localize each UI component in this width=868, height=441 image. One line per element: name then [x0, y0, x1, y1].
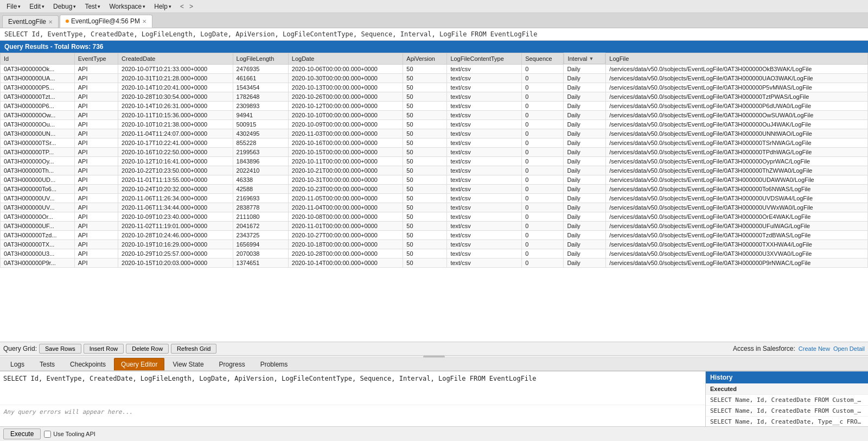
create-new-button[interactable]: Create New — [799, 345, 830, 352]
cell-1-9: /services/data/v50.0/sobjects/EventLogFi… — [606, 73, 868, 83]
cell-12-9: /services/data/v50.0/sobjects/EventLogFi… — [606, 175, 868, 184]
tab-eventlogfile-timestamp[interactable]: EventLogFile@4:56 PM ✕ — [60, 15, 152, 28]
refresh-grid-button[interactable]: Refresh Grid — [171, 344, 216, 354]
cell-2-8: Daily — [564, 83, 606, 92]
cell-1-8: Daily — [564, 73, 606, 83]
execute-button[interactable]: Execute — [3, 429, 41, 439]
col-createddate[interactable]: CreatedDate — [118, 53, 233, 65]
delete-row-button[interactable]: Delete Row — [126, 344, 169, 354]
tab-query-editor[interactable]: Query Editor — [114, 358, 164, 370]
table-row[interactable]: 0AT3H000000UV...API2020-11-06T11:26:34.0… — [1, 193, 868, 203]
cell-10-8: Daily — [564, 156, 606, 166]
table-row[interactable]: 0AT3H000000Tzd...API2020-10-28T10:24:46.… — [1, 230, 868, 240]
table-row[interactable]: 0AT3H000000UN...API2020-11-04T11:24:07.0… — [1, 129, 868, 138]
col-logdate[interactable]: LogDate — [288, 53, 403, 65]
cell-10-2: 2020-10-12T10:16:41.000+0000 — [118, 156, 233, 166]
cell-17-5: 50 — [403, 221, 447, 230]
cell-3-1: API — [74, 92, 118, 101]
table-row[interactable]: 0AT3H000000UA...API2020-10-31T10:21:28.0… — [1, 73, 868, 83]
tab-close-icon[interactable]: ✕ — [48, 19, 53, 25]
table-row[interactable]: 0AT3H000000UV...API2020-11-06T11:34:44.0… — [1, 203, 868, 212]
table-row[interactable]: 0AT3H000000UD...API2020-11-01T11:13:55.0… — [1, 175, 868, 184]
tab-progress[interactable]: Progress — [212, 358, 252, 370]
col-sequence[interactable]: Sequence — [522, 53, 564, 65]
table-row[interactable]: 0AT3H000000UF...API2020-11-02T11:19:01.0… — [1, 221, 868, 230]
col-apiversion[interactable]: ApiVersion — [403, 53, 447, 65]
col-eventtype[interactable]: EventType — [74, 53, 118, 65]
cell-18-0: 0AT3H000000Tzd... — [1, 230, 75, 240]
cell-21-4: 2020-10-14T00:00:00.000+0000 — [288, 258, 403, 267]
cell-7-8: Daily — [564, 129, 606, 138]
cell-5-3: 94941 — [233, 110, 288, 119]
cell-19-5: 50 — [403, 240, 447, 249]
cell-8-6: text/csv — [447, 138, 522, 147]
history-item[interactable]: SELECT Name, Id, CreatedDate, Type__c FR… — [706, 417, 868, 426]
cell-5-4: 2020-10-10T00:00:00.000+0000 — [288, 110, 403, 119]
cell-4-9: /services/data/v50.0/sobjects/EventLogFi… — [606, 101, 868, 110]
cell-18-1: API — [74, 230, 118, 240]
col-logfilecontenttype[interactable]: LogFileContentType — [447, 53, 522, 65]
table-row[interactable]: 0AT3H000000TX...API2020-10-19T10:16:29.0… — [1, 240, 868, 249]
menu-file[interactable]: File ▾ — [2, 2, 25, 11]
tab-logs[interactable]: Logs — [3, 358, 31, 370]
table-row[interactable]: 0AT3H000000Th...API2020-10-22T10:23:50.0… — [1, 166, 868, 175]
cell-2-3: 1543454 — [233, 83, 288, 92]
menu-help[interactable]: Help ▾ — [150, 2, 176, 11]
cell-5-6: text/csv — [447, 110, 522, 119]
history-item[interactable]: SELECT Name, Id, CreatedDate FROM Custom… — [706, 395, 868, 406]
col-id[interactable]: Id — [1, 53, 75, 65]
menu-test[interactable]: Test ▾ — [80, 2, 105, 11]
col-logfilelength[interactable]: LogFileLength — [233, 53, 288, 65]
history-item[interactable]: SELECT Name, Id, CreatedDate FROM Custom… — [706, 406, 868, 417]
cell-6-0: 0AT3H000000Ou... — [1, 119, 75, 129]
table-row[interactable]: 0AT3H000000P9r...API2020-10-15T10:20:03.… — [1, 258, 868, 267]
menu-debug[interactable]: Debug ▾ — [49, 2, 80, 11]
table-row[interactable]: 0AT3H000000U3...API2020-10-29T10:25:57.0… — [1, 249, 868, 258]
table-row[interactable]: 0AT3H000000Tzt...API2020-10-28T10:30:54.… — [1, 92, 868, 101]
open-detail-button[interactable]: Open Detail — [833, 345, 865, 352]
table-row[interactable]: 0AT3H000000Ok...API2020-10-07T10:21:33.0… — [1, 64, 868, 73]
tab-tests[interactable]: Tests — [33, 358, 62, 370]
cell-11-7: 0 — [522, 166, 564, 175]
query-editor-textarea[interactable] — [0, 371, 705, 405]
table-row[interactable]: 0AT3H000000Ou...API2020-10-10T10:21:38.0… — [1, 119, 868, 129]
menu-workspace[interactable]: Workspace ▾ — [105, 2, 150, 11]
cell-20-7: 0 — [522, 249, 564, 258]
nav-next-button[interactable]: > — [187, 2, 195, 11]
tab-problems[interactable]: Problems — [253, 358, 295, 370]
tab-view-state[interactable]: View State — [165, 358, 210, 370]
tab-checkpoints[interactable]: Checkpoints — [63, 358, 113, 370]
cell-0-7: 0 — [522, 64, 564, 73]
table-row[interactable]: 0AT3H000000Or...API2020-10-09T10:23:40.0… — [1, 212, 868, 221]
cell-6-1: API — [74, 119, 118, 129]
table-row[interactable]: 0AT3H000000P5...API2020-10-14T10:20:41.0… — [1, 83, 868, 92]
table-row[interactable]: 0AT3H000000To6...API2020-10-24T10:20:32.… — [1, 184, 868, 193]
table-row[interactable]: 0AT3H000000Oy...API2020-10-12T10:16:41.0… — [1, 156, 868, 166]
cell-12-5: 50 — [403, 175, 447, 184]
cell-13-2: 2020-10-24T10:20:32.000+0000 — [118, 184, 233, 193]
tab-eventlogfile[interactable]: EventLogFile ✕ — [2, 15, 59, 28]
table-row[interactable]: 0AT3H000000TP...API2020-10-16T10:22:50.0… — [1, 147, 868, 156]
tab-close-active-icon[interactable]: ✕ — [142, 18, 146, 24]
results-table-container[interactable]: Id EventType CreatedDate LogFileLength L… — [0, 53, 868, 342]
cell-1-5: 50 — [403, 73, 447, 83]
insert-row-button[interactable]: Insert Row — [84, 344, 124, 354]
table-row[interactable]: 0AT3H000000Ow...API2020-10-11T10:15:36.0… — [1, 110, 868, 119]
cell-15-8: Daily — [564, 203, 606, 212]
tooling-api-checkbox-label[interactable]: Use Tooling API — [44, 431, 95, 438]
col-interval[interactable]: Interval ▼ — [564, 53, 605, 64]
menu-edit[interactable]: Edit ▾ — [25, 2, 49, 11]
tooling-api-checkbox[interactable] — [44, 431, 51, 438]
table-row[interactable]: 0AT3H000000TSr...API2020-10-17T10:22:41.… — [1, 138, 868, 147]
cell-1-7: 0 — [522, 73, 564, 83]
table-row[interactable]: 0AT3H000000P6...API2020-10-14T10:26:31.0… — [1, 101, 868, 110]
cell-8-2: 2020-10-17T10:22:41.000+0000 — [118, 138, 233, 147]
col-logfile[interactable]: LogFile — [606, 53, 868, 65]
query-editor-area: Any query errors will appear here... — [0, 371, 705, 426]
cell-14-3: 2169693 — [233, 193, 288, 203]
save-rows-button[interactable]: Save Rows — [39, 344, 81, 354]
nav-prev-button[interactable]: < — [178, 2, 186, 11]
cell-16-6: text/csv — [447, 212, 522, 221]
cell-9-2: 2020-10-16T10:22:50.000+0000 — [118, 147, 233, 156]
cell-8-4: 2020-10-16T00:00:00.000+0000 — [288, 138, 403, 147]
